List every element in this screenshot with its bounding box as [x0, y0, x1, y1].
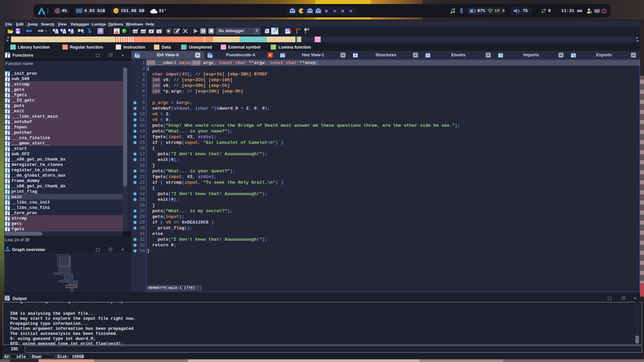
- svg-text:DATA: DATA: [141, 31, 146, 33]
- svg-text:C: C: [266, 29, 268, 33]
- svg-text:A: A: [150, 30, 153, 33]
- svg-text:CODE: CODE: [132, 31, 138, 33]
- svg-text:'s: 's: [158, 30, 160, 33]
- svg-text:101: 101: [70, 31, 74, 34]
- svg-text:T: T: [64, 31, 65, 34]
- svg-text:#: #: [56, 31, 57, 34]
